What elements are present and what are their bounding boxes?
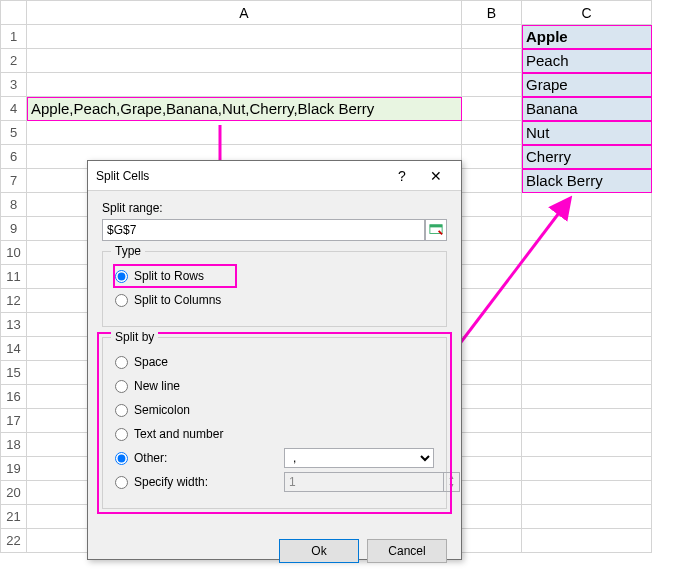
cell[interactable] xyxy=(522,505,652,529)
cell[interactable] xyxy=(522,409,652,433)
cell[interactable] xyxy=(522,481,652,505)
result-cell[interactable]: Peach xyxy=(522,49,652,73)
cell[interactable] xyxy=(462,457,522,481)
row-header[interactable]: 8 xyxy=(1,193,27,217)
cell[interactable] xyxy=(462,25,522,49)
corner-cell[interactable] xyxy=(1,1,27,25)
cell[interactable] xyxy=(27,121,462,145)
cell[interactable] xyxy=(522,193,652,217)
range-picker-button[interactable] xyxy=(425,219,447,241)
col-header-b[interactable]: B xyxy=(462,1,522,25)
spin-down-icon[interactable]: ▼ xyxy=(444,482,459,491)
cell[interactable] xyxy=(522,241,652,265)
cell[interactable] xyxy=(27,49,462,73)
row-header[interactable]: 5 xyxy=(1,121,27,145)
cell[interactable] xyxy=(27,73,462,97)
other-delimiter-select[interactable]: , xyxy=(284,448,434,468)
result-cell[interactable]: Nut xyxy=(522,121,652,145)
cell[interactable] xyxy=(462,265,522,289)
cell[interactable] xyxy=(27,25,462,49)
cell[interactable] xyxy=(462,241,522,265)
cell[interactable] xyxy=(522,217,652,241)
width-label: Specify width: xyxy=(134,475,284,489)
row-header[interactable]: 12 xyxy=(1,289,27,313)
row-header[interactable]: 13 xyxy=(1,313,27,337)
row-header[interactable]: 2 xyxy=(1,49,27,73)
cell[interactable] xyxy=(462,97,522,121)
col-header-c[interactable]: C xyxy=(522,1,652,25)
result-cell[interactable]: Black Berry xyxy=(522,169,652,193)
row-header[interactable]: 3 xyxy=(1,73,27,97)
width-input[interactable] xyxy=(284,472,444,492)
split-cols-radio[interactable] xyxy=(115,294,128,307)
cell[interactable] xyxy=(462,385,522,409)
cell[interactable] xyxy=(522,361,652,385)
other-label: Other: xyxy=(134,451,284,465)
other-radio[interactable] xyxy=(115,452,128,465)
row-header[interactable]: 14 xyxy=(1,337,27,361)
help-button[interactable]: ? xyxy=(385,168,419,184)
result-cell[interactable]: Apple xyxy=(522,25,652,49)
ok-button[interactable]: Ok xyxy=(279,539,359,563)
cell[interactable] xyxy=(462,361,522,385)
row-header[interactable]: 19 xyxy=(1,457,27,481)
row-header[interactable]: 18 xyxy=(1,433,27,457)
cell[interactable] xyxy=(462,481,522,505)
row-header[interactable]: 17 xyxy=(1,409,27,433)
cell[interactable] xyxy=(462,337,522,361)
dialog-titlebar[interactable]: Split Cells ? ✕ xyxy=(88,161,461,191)
cell[interactable] xyxy=(522,265,652,289)
cell[interactable] xyxy=(522,529,652,553)
row-header[interactable]: 20 xyxy=(1,481,27,505)
cell[interactable] xyxy=(462,217,522,241)
cell[interactable] xyxy=(522,433,652,457)
cell[interactable] xyxy=(462,313,522,337)
row-header[interactable]: 9 xyxy=(1,217,27,241)
row-header[interactable]: 4 xyxy=(1,97,27,121)
svg-rect-3 xyxy=(430,225,442,228)
result-cell[interactable]: Banana xyxy=(522,97,652,121)
spin-up-icon[interactable]: ▲ xyxy=(444,473,459,482)
cell[interactable] xyxy=(522,457,652,481)
cell[interactable] xyxy=(462,289,522,313)
close-button[interactable]: ✕ xyxy=(419,168,453,184)
cell[interactable] xyxy=(522,337,652,361)
row-header[interactable]: 11 xyxy=(1,265,27,289)
row-header[interactable]: 1 xyxy=(1,25,27,49)
row-header[interactable]: 21 xyxy=(1,505,27,529)
split-cells-dialog: Split Cells ? ✕ Split range: Type Split … xyxy=(87,160,462,560)
row-header[interactable]: 16 xyxy=(1,385,27,409)
source-cell[interactable]: Apple,Peach,Grape,Banana,Nut,Cherry,Blac… xyxy=(27,97,462,121)
cell[interactable] xyxy=(462,409,522,433)
row-header[interactable]: 10 xyxy=(1,241,27,265)
split-range-input[interactable] xyxy=(102,219,425,241)
semicolon-radio[interactable] xyxy=(115,404,128,417)
row-header[interactable]: 7 xyxy=(1,169,27,193)
cell[interactable] xyxy=(522,313,652,337)
row-header[interactable]: 15 xyxy=(1,361,27,385)
cell[interactable] xyxy=(462,505,522,529)
cell[interactable] xyxy=(462,433,522,457)
cell[interactable] xyxy=(462,169,522,193)
type-group: Type Split to Rows Split to Columns xyxy=(102,251,447,327)
width-spinner[interactable]: ▲▼ xyxy=(284,472,460,492)
newline-radio[interactable] xyxy=(115,380,128,393)
row-header[interactable]: 6 xyxy=(1,145,27,169)
row-header[interactable]: 22 xyxy=(1,529,27,553)
cell[interactable] xyxy=(462,121,522,145)
textnum-radio[interactable] xyxy=(115,428,128,441)
col-header-a[interactable]: A xyxy=(27,1,462,25)
cell[interactable] xyxy=(462,529,522,553)
cell[interactable] xyxy=(522,289,652,313)
result-cell[interactable]: Grape xyxy=(522,73,652,97)
width-radio[interactable] xyxy=(115,476,128,489)
cell[interactable] xyxy=(462,49,522,73)
cell[interactable] xyxy=(522,385,652,409)
space-radio[interactable] xyxy=(115,356,128,369)
cancel-button[interactable]: Cancel xyxy=(367,539,447,563)
cell[interactable] xyxy=(462,73,522,97)
split-rows-radio[interactable] xyxy=(115,270,128,283)
cell[interactable] xyxy=(462,145,522,169)
result-cell[interactable]: Cherry xyxy=(522,145,652,169)
cell[interactable] xyxy=(462,193,522,217)
